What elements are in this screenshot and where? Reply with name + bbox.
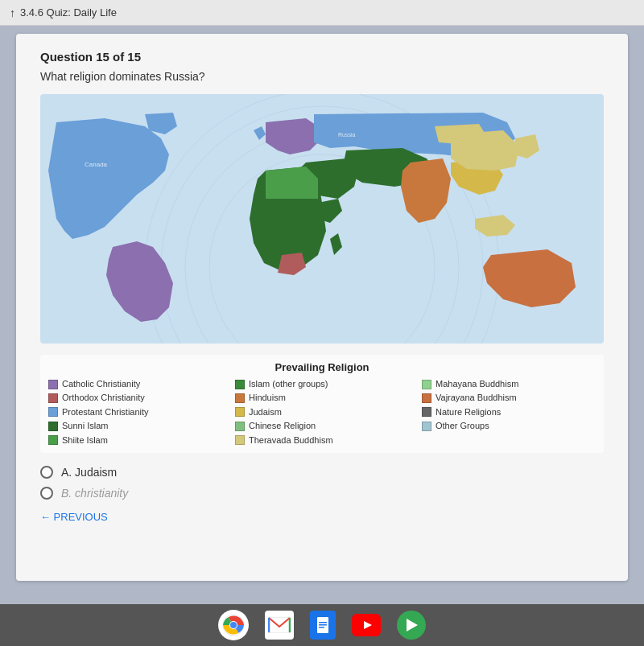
svg-text:Russia: Russia — [338, 132, 356, 138]
legend-item-theravada: Theravada Buddhism — [235, 434, 409, 446]
legend-color-islam-other — [235, 380, 245, 389]
legend-color-catholic — [48, 380, 58, 389]
world-map: Canada Russia — [40, 94, 604, 344]
svg-marker-15 — [364, 621, 372, 629]
legend: Prevailing Religion Catholic Christianit… — [40, 355, 604, 453]
legend-label-theravada: Theravada Buddhism — [249, 434, 333, 446]
previous-button[interactable]: ← PREVIOUS — [40, 511, 604, 523]
answer-option-a[interactable]: A. Judaism — [40, 466, 604, 479]
legend-label-chinese: Chinese Religion — [249, 420, 316, 432]
question-text: What religion dominates Russia? — [40, 70, 604, 83]
question-number: Question 15 of 15 — [40, 50, 604, 64]
legend-color-theravada — [235, 435, 245, 445]
legend-label-mahayana: Mahayana Buddhism — [436, 378, 518, 390]
answer-option-b[interactable]: B. christianity — [40, 487, 604, 500]
radio-b[interactable] — [40, 487, 53, 500]
legend-label-shiite: Shiite Islam — [62, 434, 108, 446]
docs-icon[interactable] — [310, 611, 336, 640]
legend-item-sunni: Sunni Islam — [48, 420, 222, 432]
legend-label-orthodox: Orthodox Christianity — [62, 392, 145, 404]
chrome-icon[interactable] — [218, 610, 249, 640]
legend-title: Prevailing Religion — [48, 361, 596, 373]
svg-point-9 — [230, 622, 237, 628]
legend-label-hinduism: Hinduism — [249, 392, 286, 404]
gmail-icon[interactable] — [265, 611, 294, 640]
radio-a[interactable] — [40, 466, 53, 479]
svg-text:Canada: Canada — [85, 161, 108, 168]
svg-rect-14 — [319, 627, 324, 628]
top-bar: ↑ 3.4.6 Quiz: Daily Life — [0, 0, 644, 26]
legend-color-orthodox — [48, 393, 58, 403]
svg-rect-13 — [319, 624, 327, 626]
legend-label-other: Other Groups — [436, 420, 489, 432]
answer-label-a: A. Judaism — [61, 466, 117, 479]
legend-item-mahayana: Mahayana Buddhism — [422, 378, 596, 390]
taskbar-bottom — [0, 604, 644, 646]
answers-section: A. Judaism B. christianity — [40, 466, 604, 500]
legend-color-judaism — [235, 407, 245, 417]
play-store-icon[interactable] — [397, 611, 426, 640]
back-arrow-icon: ↑ — [10, 6, 15, 19]
legend-item-nature: Nature Religions — [422, 406, 596, 418]
legend-color-other — [422, 422, 431, 431]
legend-item-protestant: Protestant Christianity — [48, 406, 222, 418]
legend-item-other: Other Groups — [422, 420, 596, 432]
legend-color-sunni — [48, 422, 58, 431]
legend-item-islam-other: Islam (other groups) — [235, 378, 409, 390]
legend-label-sunni: Sunni Islam — [62, 420, 108, 432]
legend-label-vajrayana: Vajrayana Buddhism — [436, 392, 517, 404]
legend-item-chinese: Chinese Religion — [235, 420, 409, 432]
legend-color-nature — [422, 407, 431, 417]
previous-label: ← PREVIOUS — [40, 511, 108, 523]
legend-item-shiite: Shiite Islam — [48, 434, 222, 446]
legend-label-nature: Nature Religions — [436, 406, 501, 418]
breadcrumb: 3.4.6 Quiz: Daily Life — [20, 6, 117, 19]
legend-color-chinese — [235, 422, 245, 431]
legend-label-judaism: Judaism — [249, 406, 282, 418]
legend-label-protestant: Protestant Christianity — [62, 406, 149, 418]
legend-label-catholic: Catholic Christianity — [62, 378, 140, 390]
youtube-icon[interactable] — [352, 614, 381, 636]
legend-color-hinduism — [235, 393, 245, 403]
answer-label-b: B. christianity — [61, 487, 128, 500]
legend-color-protestant — [48, 407, 58, 417]
legend-item-hinduism: Hinduism — [235, 392, 409, 404]
legend-item-orthodox: Orthodox Christianity — [48, 392, 222, 404]
legend-color-mahayana — [422, 380, 431, 389]
svg-marker-16 — [407, 619, 418, 632]
legend-grid: Catholic Christianity Islam (other group… — [48, 378, 596, 446]
legend-item-catholic: Catholic Christianity — [48, 378, 222, 390]
legend-color-shiite — [48, 435, 58, 445]
quiz-content: Question 15 of 15 What religion dominate… — [16, 34, 628, 581]
legend-color-vajrayana — [422, 393, 431, 403]
svg-rect-12 — [319, 622, 327, 623]
legend-label-islam-other: Islam (other groups) — [249, 378, 328, 390]
legend-item-judaism: Judaism — [235, 406, 409, 418]
legend-item-vajrayana: Vajrayana Buddhism — [422, 392, 596, 404]
